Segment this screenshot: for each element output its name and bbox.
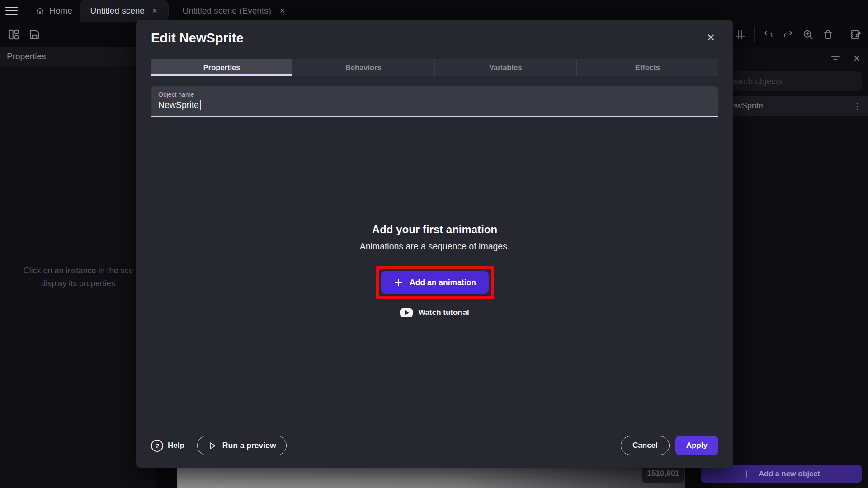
save-icon: [28, 28, 41, 41]
watch-tutorial-link[interactable]: Watch tutorial: [400, 308, 469, 317]
object-name-label: Object name: [158, 91, 711, 98]
panels-layout-icon: [7, 28, 20, 41]
close-panel-icon[interactable]: ✕: [853, 53, 860, 64]
filter-icon[interactable]: [830, 53, 841, 64]
open-events-editor-button[interactable]: [850, 28, 862, 41]
tab-untitled-scene-events[interactable]: Untitled scene (Events) ✕: [169, 0, 299, 22]
highlight-rectangle: Add an animation: [376, 266, 494, 299]
run-preview-button[interactable]: Run a preview: [197, 436, 287, 455]
tab-home[interactable]: Home: [28, 0, 80, 22]
object-name-value: NewSprite: [158, 100, 711, 110]
undo-button[interactable]: [762, 28, 774, 41]
tab-untitled-scene[interactable]: Untitled scene ✕: [80, 0, 168, 22]
redo-icon: [782, 28, 794, 41]
close-tab-icon[interactable]: ✕: [279, 7, 285, 15]
tab-events-label: Untitled scene (Events): [183, 6, 271, 16]
search-objects-input[interactable]: [718, 71, 862, 91]
properties-empty-message: Click on an instance in the sce display …: [0, 264, 156, 290]
edit-object-dialog: Edit NewSprite ✕ Properties Behaviors Va…: [136, 20, 733, 468]
events-sheet-icon: [850, 28, 862, 41]
empty-state-title: Add your first animation: [372, 223, 497, 236]
cancel-button[interactable]: Cancel: [621, 436, 670, 455]
properties-panel: Properties Click on an instance in the s…: [0, 47, 156, 488]
apply-button[interactable]: Apply: [675, 436, 718, 455]
properties-panel-header: Properties: [0, 47, 156, 66]
youtube-icon: [400, 308, 413, 317]
redo-button[interactable]: [782, 28, 794, 41]
question-mark-icon: ?: [151, 440, 163, 452]
tab-properties[interactable]: Properties: [151, 59, 292, 76]
home-icon: [35, 6, 45, 16]
close-dialog-icon[interactable]: ✕: [707, 32, 715, 44]
tab-variables[interactable]: Variables: [434, 59, 576, 76]
panels-layout-button[interactable]: [7, 28, 20, 41]
grid-icon: [734, 28, 746, 41]
toolbar-separator: [842, 26, 842, 43]
run-preview-label: Run a preview: [222, 441, 276, 450]
save-button[interactable]: [28, 28, 41, 41]
dialog-title: Edit NewSprite: [151, 31, 244, 46]
objects-panel: ✕ NewSprite ⋮: [712, 47, 868, 488]
tab-effects[interactable]: Effects: [576, 59, 718, 76]
tab-scene-label: Untitled scene: [90, 6, 145, 16]
help-button[interactable]: ? Help: [151, 440, 184, 452]
tab-home-label: Home: [49, 6, 72, 16]
scene-canvas-edge[interactable]: [177, 468, 685, 488]
hamburger-icon: [5, 5, 18, 17]
zoom-in-icon: [802, 28, 814, 41]
trash-icon: [822, 28, 834, 41]
objects-panel-header: ✕: [712, 47, 868, 69]
close-tab-icon[interactable]: ✕: [152, 7, 158, 15]
hamburger-menu-button[interactable]: [0, 0, 23, 22]
undo-icon: [762, 28, 774, 41]
properties-panel-title: Properties: [7, 52, 46, 61]
empty-state-subtitle: Animations are a sequence of images.: [360, 241, 510, 252]
zoom-in-button[interactable]: [802, 28, 814, 41]
add-new-object-label: Add a new object: [759, 469, 820, 478]
object-name-field[interactable]: Object name NewSprite: [151, 86, 718, 117]
add-animation-button[interactable]: Add an animation: [381, 271, 489, 294]
text-cursor: [200, 100, 201, 110]
watch-tutorial-label: Watch tutorial: [418, 308, 469, 317]
object-list-item[interactable]: NewSprite ⋮: [712, 96, 868, 116]
top-tab-bar: Home Untitled scene ✕ Untitled scene (Ev…: [0, 0, 868, 22]
toolbar-separator: [754, 26, 755, 43]
dialog-tabs: Properties Behaviors Variables Effects: [151, 59, 718, 76]
delete-button[interactable]: [822, 28, 834, 41]
dialog-footer: ? Help Run a preview Cancel Apply: [151, 435, 718, 456]
animations-empty-state: Add your first animation Animations are …: [136, 223, 733, 317]
plus-icon: [742, 469, 751, 479]
help-label: Help: [168, 441, 184, 450]
tab-behaviors[interactable]: Behaviors: [292, 59, 434, 76]
plus-icon: [393, 277, 404, 288]
add-animation-label: Add an animation: [410, 278, 476, 287]
grid-button[interactable]: [734, 28, 746, 41]
play-icon: [208, 441, 217, 450]
kebab-menu-icon[interactable]: ⋮: [853, 101, 862, 111]
